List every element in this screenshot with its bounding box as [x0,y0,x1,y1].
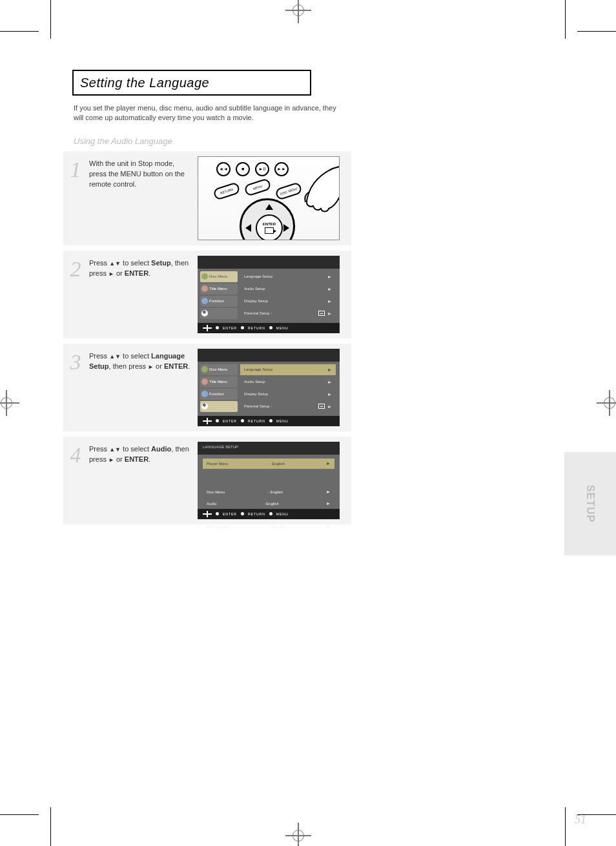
chevron-right-icon [327,274,332,279]
osd-side-item: Disc Menu [200,271,238,282]
osd-row: Display Setup [240,389,336,400]
osd-row: Display Setup [240,296,336,307]
osd-footer-label: RETURN [248,419,265,423]
crop-mark [50,807,51,846]
chevron-right-icon [327,311,332,316]
nav-cross-icon [203,325,212,331]
chevron-right-icon [327,380,332,384]
left-arrow-icon [245,224,251,232]
osd-row-selected: Player Menu: English [203,459,334,469]
step-text: Press to select Language Setup, then pre… [89,349,192,372]
registration-mark-icon [289,1,307,19]
osd-row: Parental Setup : [240,401,336,412]
remote-illustration: ◄◄ ■ ►II ►► RETURN MENU DISC MENU ENTER [198,156,340,240]
lead-text: If you set the player menu, disc menu, a… [74,103,338,123]
osd-row: Parental Setup : [240,308,336,319]
chevron-right-icon [327,299,332,304]
stop-icon: ■ [236,162,250,176]
crop-mark [565,0,566,39]
step-text: Press to select Setup, then press or ENT… [89,256,192,279]
subsection-heading: Using the Audio Language [74,136,568,146]
lock-icon [318,404,325,409]
osd-side-item: Function [200,296,238,307]
step-number: 3 [67,351,84,373]
chevron-right-icon [327,404,332,409]
osd-row: Audio Setup [240,377,336,387]
osd-side-item-setup [200,401,238,412]
osd-footer-label: ENTER [223,512,237,516]
page-number: 51 [575,813,586,827]
chevron-right-icon [326,461,331,466]
osd-row: Disc Menu: English [203,487,334,497]
step-text: With the unit in Stop mode, press the ME… [89,156,192,190]
step-2: 2 Press to select Setup, then press or E… [63,251,351,338]
osd-row: DivX Subtitle: Western [203,522,334,532]
side-tab-label: SETUP [584,485,596,522]
osd-screenshot: LANGUAGE SETUP Player Menu: English Disc… [198,442,340,519]
lock-icon [318,311,325,316]
registration-mark-icon [601,394,616,412]
osd-row-selected: Language Setup [240,364,336,375]
registration-mark-icon [289,827,307,845]
osd-side-item: Disc Menu [200,364,238,375]
osd-footer-label: ENTER [223,419,237,423]
osd-footer-label: RETURN [248,326,265,330]
osd-screenshot: Disc Menu Title Menu Function Language S… [198,349,340,426]
step-1: 1 With the unit in Stop mode, press the … [63,151,351,245]
crop-mark [50,0,51,39]
registration-mark-icon [0,394,15,412]
crop-mark [565,807,566,846]
step-3: 3 Press to select Language Setup, then p… [63,344,351,431]
step-number: 1 [67,159,84,181]
side-tab: SETUP [564,452,616,555]
osd-footer-label: MENU [276,419,289,423]
step-number: 4 [67,444,84,466]
osd-side-item: Title Menu [200,377,238,387]
osd-side-item: Function [200,389,238,400]
chevron-right-icon [327,367,332,372]
rewind-icon: ◄◄ [216,162,231,176]
osd-row: Language Setup [240,271,336,282]
chevron-right-icon [327,392,332,397]
crop-mark [0,31,39,32]
nav-cross-icon [203,418,212,424]
osd-side-item-setup [200,308,238,319]
hand-icon [268,160,340,240]
chevron-right-icon [326,524,331,529]
osd-footer-label: ENTER [223,326,237,330]
osd-footer-label: MENU [276,512,289,516]
step-text: Press to select Audio, then press or ENT… [89,442,192,465]
step-number: 2 [67,258,84,280]
play-pause-icon: ►II [255,162,269,176]
step-4: 4 Press to select Audio, then press or E… [63,437,351,524]
crop-mark [0,814,39,815]
crop-mark [577,31,616,32]
section-title: Setting the Language [72,70,311,96]
chevron-right-icon [327,287,332,291]
osd-row: Audio Setup [240,284,336,294]
osd-screenshot: Disc Menu Title Menu Function Language S… [198,256,340,333]
nav-cross-icon [203,511,212,517]
osd-footer-label: RETURN [248,512,265,516]
osd-footer-label: MENU [276,326,289,330]
osd-side-item: Title Menu [200,284,238,294]
osd-row: Audio: English [203,499,334,509]
